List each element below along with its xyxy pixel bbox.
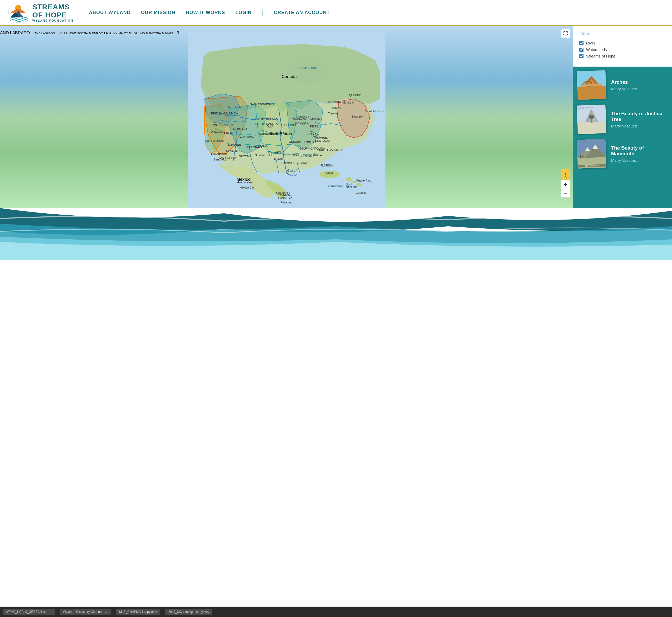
svg-rect-105 bbox=[580, 155, 580, 158]
svg-text:NEW MEXICO: NEW MEXICO bbox=[255, 154, 274, 157]
svg-text:Caracas: Caracas bbox=[356, 191, 366, 194]
card-image-joshua: Joshua Tree Studio bbox=[577, 105, 607, 134]
main-content: Canada Hudson Bay United States Mexico G… bbox=[0, 26, 672, 208]
nav-our-mission[interactable]: OUR MISSION bbox=[141, 10, 175, 15]
svg-text:FLORIDA: FLORIDA bbox=[320, 164, 333, 167]
svg-text:Nicaragua: Nicaragua bbox=[278, 193, 291, 196]
filter-label-watersheds: Watersheds bbox=[586, 47, 607, 52]
filter-item-watersheds: Watersheds bbox=[579, 47, 666, 52]
card-info-mammoth: The Beauty of Mammoth Marty Vasquez bbox=[608, 143, 669, 165]
svg-text:Toronto: Toronto bbox=[328, 112, 338, 115]
svg-text:Ottawa: Ottawa bbox=[332, 106, 341, 109]
card-title-arches: Arches bbox=[611, 79, 666, 85]
svg-text:MONTANA: MONTANA bbox=[233, 128, 247, 131]
svg-text:OREGON: OREGON bbox=[210, 130, 223, 133]
svg-text:VA: VA bbox=[310, 130, 314, 133]
svg-text:San Francisco: San Francisco bbox=[205, 139, 223, 142]
svg-text:KANSAS: KANSAS bbox=[258, 144, 270, 148]
logo-icon bbox=[8, 2, 29, 23]
filter-checkbox-watersheds[interactable] bbox=[579, 48, 583, 52]
svg-text:IDAHO: IDAHO bbox=[224, 131, 233, 135]
svg-text:ALBERTA: ALBERTA bbox=[228, 106, 241, 109]
svg-rect-87 bbox=[577, 86, 607, 100]
svg-text:Domingo: Domingo bbox=[346, 185, 357, 188]
logo-text: STREAMSOF HOPE WYLAND FOUNDATION bbox=[32, 3, 73, 22]
card-image-arches bbox=[577, 70, 607, 100]
svg-text:Costa Rica: Costa Rica bbox=[278, 196, 293, 200]
svg-text:Panama: Panama bbox=[281, 201, 292, 204]
map-container[interactable]: Canada Hudson Bay United States Mexico G… bbox=[0, 26, 573, 208]
nav-how-it-works[interactable]: HOW IT WORKS bbox=[186, 10, 225, 15]
card-joshua-tree[interactable]: Joshua Tree Studio The Beauty of Joshua … bbox=[576, 104, 669, 135]
filter-item-river: River bbox=[579, 41, 666, 45]
svg-text:Cuba: Cuba bbox=[326, 171, 333, 174]
svg-text:WYOMING: WYOMING bbox=[240, 135, 254, 138]
svg-text:NEBRASKA: NEBRASKA bbox=[259, 133, 275, 136]
svg-text:Los Angeles: Los Angeles bbox=[211, 152, 227, 155]
svg-text:Montreal: Montreal bbox=[342, 101, 354, 104]
svg-rect-93 bbox=[577, 122, 607, 134]
wave-section bbox=[0, 208, 672, 260]
card-mammoth[interactable]: TEST CONTENT The Beauty of Mammoth Marty… bbox=[576, 138, 669, 170]
filter-checkbox-river[interactable] bbox=[579, 41, 583, 45]
svg-text:Mexico City: Mexico City bbox=[240, 186, 255, 189]
card-title-joshua: The Beauty of Joshua Tree bbox=[611, 111, 666, 122]
logo-subtitle: WYLAND FOUNDATION bbox=[32, 19, 73, 22]
fullscreen-button[interactable]: ⛶ bbox=[561, 29, 570, 38]
svg-text:Gulf of: Gulf of bbox=[287, 169, 297, 173]
header: STREAMSOF HOPE WYLAND FOUNDATION ABOUT W… bbox=[0, 0, 672, 26]
svg-text:ILLINOIS: ILLINOIS bbox=[284, 124, 296, 127]
svg-text:WASHINGTON: WASHINGTON bbox=[213, 124, 233, 127]
card-author-arches: Marty Vasquez bbox=[611, 86, 666, 91]
sidebar: Filter River Watersheds Streams of Hope bbox=[573, 26, 672, 208]
card-author-mammoth: Marty Vasquez bbox=[611, 158, 666, 163]
svg-point-10 bbox=[346, 177, 352, 182]
nav-about-wyland[interactable]: ABOUT WYLAND bbox=[89, 10, 131, 15]
zoom-out-button[interactable]: − bbox=[561, 189, 570, 198]
filter-item-streams: Streams of Hope bbox=[579, 54, 666, 58]
svg-text:Guadalajara: Guadalajara bbox=[237, 181, 253, 184]
svg-text:CALIFORNIA: CALIFORNIA bbox=[219, 156, 236, 159]
map-background: Canada Hudson Bay United States Mexico G… bbox=[0, 26, 573, 208]
svg-text:SOUTH DAKOTA: SOUTH DAKOTA bbox=[255, 122, 278, 126]
svg-text:ONTARIO: ONTARIO bbox=[328, 100, 341, 103]
map-svg: Canada Hudson Bay United States Mexico G… bbox=[0, 26, 573, 208]
filter-title: Filter bbox=[579, 31, 666, 37]
svg-text:Puerto Rico: Puerto Rico bbox=[356, 179, 371, 182]
svg-text:ARKANS...: ARKANS... bbox=[289, 141, 303, 144]
svg-text:QUEBEC: QUEBEC bbox=[349, 93, 361, 97]
card-arches[interactable]: Arches Marty Vasquez bbox=[576, 69, 669, 101]
svg-text:LOUISIANA: LOUISIANA bbox=[292, 161, 307, 164]
svg-text:ARIZONA: ARIZONA bbox=[238, 155, 251, 158]
logo-name: STREAMSOF HOPE bbox=[32, 3, 73, 19]
card-info-arches: Arches Marty Vasquez bbox=[608, 77, 669, 93]
filter-checkbox-streams[interactable] bbox=[579, 54, 583, 58]
filter-label-streams: Streams of Hope bbox=[586, 54, 616, 58]
svg-text:Mexico: Mexico bbox=[287, 173, 297, 176]
card-author-joshua: Marty Vasquez bbox=[611, 124, 666, 128]
svg-text:GEORGIA: GEORGIA bbox=[309, 154, 322, 157]
main-nav: ABOUT WYLAND OUR MISSION HOW IT WORKS LO… bbox=[89, 9, 664, 16]
nav-create-account[interactable]: CREATE AN ACCOUNT bbox=[274, 10, 330, 15]
filter-panel: Filter River Watersheds Streams of Hope bbox=[573, 26, 672, 66]
svg-text:WISCONS...: WISCONS... bbox=[296, 116, 312, 119]
svg-text:BRITISH COLUMBIA: BRITISH COLUMBIA bbox=[211, 112, 238, 115]
zoom-in-button[interactable]: + bbox=[561, 180, 570, 189]
svg-text:TEXAS: TEXAS bbox=[274, 157, 283, 161]
svg-text:NEWFOUNDL...: NEWFOUNDL... bbox=[365, 109, 385, 113]
card-title-mammoth: The Beauty of Mammoth bbox=[611, 145, 666, 157]
card-image-mammoth: TEST CONTENT bbox=[577, 139, 607, 169]
nav-login[interactable]: LOGIN bbox=[235, 10, 252, 15]
svg-text:NORTH DAKOTA: NORTH DAKOTA bbox=[255, 117, 278, 120]
svg-text:SOUTH CAROLINA: SOUTH CAROLINA bbox=[300, 147, 325, 150]
svg-text:OHIO: OHIO bbox=[302, 122, 310, 126]
map-controls: ⛶ bbox=[561, 29, 570, 38]
svg-text:MISSOURI: MISSOURI bbox=[276, 131, 290, 135]
nav-divider: | bbox=[262, 9, 264, 16]
svg-text:NEVADA: NEVADA bbox=[226, 150, 238, 153]
zoom-controls: + − bbox=[561, 180, 570, 198]
logo-area: STREAMSOF HOPE WYLAND FOUNDATION bbox=[8, 2, 73, 23]
svg-rect-106 bbox=[582, 155, 583, 158]
card-info-joshua: The Beauty of Joshua Tree Marty Vasquez bbox=[608, 108, 669, 131]
svg-text:TENNESSEE: TENNESSEE bbox=[302, 141, 320, 144]
